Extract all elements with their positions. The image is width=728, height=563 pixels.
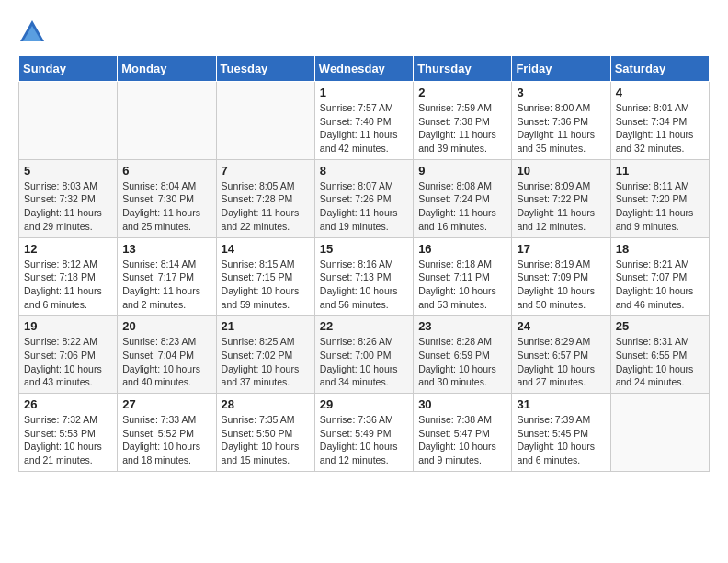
day-info: Sunrise: 8:23 AM Sunset: 7:04 PM Dayligh… [122, 335, 210, 389]
calendar-cell: 5Sunrise: 8:03 AM Sunset: 7:32 PM Daylig… [19, 159, 118, 237]
day-info: Sunrise: 8:00 AM Sunset: 7:36 PM Dayligh… [517, 101, 605, 155]
day-info: Sunrise: 8:26 AM Sunset: 7:00 PM Dayligh… [320, 335, 408, 389]
day-info: Sunrise: 8:03 AM Sunset: 7:32 PM Dayligh… [24, 179, 112, 234]
calendar-cell: 16Sunrise: 8:18 AM Sunset: 7:11 PM Dayli… [414, 237, 512, 316]
calendar-cell: 28Sunrise: 7:35 AM Sunset: 5:50 PM Dayli… [216, 394, 314, 472]
day-number: 13 [122, 242, 210, 256]
day-number: 16 [418, 242, 506, 256]
day-info: Sunrise: 8:11 AM Sunset: 7:20 PM Dayligh… [616, 179, 704, 234]
day-info: Sunrise: 8:08 AM Sunset: 7:24 PM Dayligh… [418, 179, 506, 234]
day-info: Sunrise: 8:04 AM Sunset: 7:30 PM Dayligh… [122, 179, 210, 234]
calendar-week-1: 5Sunrise: 8:03 AM Sunset: 7:32 PM Daylig… [19, 159, 710, 237]
day-number: 24 [517, 319, 605, 333]
calendar-cell: 3Sunrise: 8:00 AM Sunset: 7:36 PM Daylig… [512, 82, 610, 160]
day-header-wednesday: Wednesday [314, 56, 413, 82]
day-info: Sunrise: 8:05 AM Sunset: 7:28 PM Dayligh… [222, 179, 310, 234]
day-number: 14 [222, 242, 310, 256]
days-header-row: SundayMondayTuesdayWednesdayThursdayFrid… [19, 56, 710, 82]
logo-icon [18, 18, 46, 46]
day-number: 3 [517, 86, 605, 99]
day-number: 27 [122, 397, 210, 411]
day-number: 2 [418, 86, 506, 99]
day-info: Sunrise: 8:01 AM Sunset: 7:34 PM Dayligh… [616, 101, 704, 155]
day-number: 19 [24, 319, 112, 333]
day-info: Sunrise: 8:31 AM Sunset: 6:55 PM Dayligh… [616, 335, 704, 389]
calendar-cell: 22Sunrise: 8:26 AM Sunset: 7:00 PM Dayli… [314, 316, 413, 394]
day-info: Sunrise: 7:36 AM Sunset: 5:49 PM Dayligh… [320, 413, 408, 467]
calendar-cell: 26Sunrise: 7:32 AM Sunset: 5:53 PM Dayli… [19, 394, 118, 472]
day-info: Sunrise: 8:25 AM Sunset: 7:02 PM Dayligh… [222, 335, 310, 389]
calendar-week-0: 1Sunrise: 7:57 AM Sunset: 7:40 PM Daylig… [19, 82, 710, 160]
calendar-week-3: 19Sunrise: 8:22 AM Sunset: 7:06 PM Dayli… [19, 316, 710, 394]
calendar-cell: 14Sunrise: 8:15 AM Sunset: 7:15 PM Dayli… [216, 237, 314, 316]
day-info: Sunrise: 8:19 AM Sunset: 7:09 PM Dayligh… [517, 258, 605, 312]
page-header [18, 18, 710, 46]
day-number: 25 [616, 319, 704, 333]
calendar-week-4: 26Sunrise: 7:32 AM Sunset: 5:53 PM Dayli… [19, 394, 710, 472]
day-header-thursday: Thursday [414, 56, 512, 82]
calendar-cell: 18Sunrise: 8:21 AM Sunset: 7:07 PM Dayli… [610, 237, 709, 316]
day-info: Sunrise: 8:09 AM Sunset: 7:22 PM Dayligh… [517, 179, 605, 234]
day-header-tuesday: Tuesday [216, 56, 314, 82]
calendar-cell: 23Sunrise: 8:28 AM Sunset: 6:59 PM Dayli… [414, 316, 512, 394]
calendar-header: SundayMondayTuesdayWednesdayThursdayFrid… [19, 56, 710, 82]
day-info: Sunrise: 8:18 AM Sunset: 7:11 PM Dayligh… [418, 258, 506, 312]
day-number: 8 [320, 164, 408, 178]
day-number: 22 [320, 319, 408, 333]
day-number: 15 [320, 242, 408, 256]
day-header-sunday: Sunday [19, 56, 118, 82]
calendar-cell: 25Sunrise: 8:31 AM Sunset: 6:55 PM Dayli… [610, 316, 709, 394]
day-info: Sunrise: 8:29 AM Sunset: 6:57 PM Dayligh… [517, 335, 605, 389]
day-number: 7 [222, 164, 310, 178]
calendar-cell: 19Sunrise: 8:22 AM Sunset: 7:06 PM Dayli… [19, 316, 118, 394]
day-number: 5 [24, 164, 112, 178]
day-number: 20 [122, 319, 210, 333]
day-info: Sunrise: 8:21 AM Sunset: 7:07 PM Dayligh… [616, 258, 704, 312]
calendar-cell: 27Sunrise: 7:33 AM Sunset: 5:52 PM Dayli… [118, 394, 216, 472]
calendar-cell: 7Sunrise: 8:05 AM Sunset: 7:28 PM Daylig… [216, 159, 314, 237]
day-number: 1 [320, 86, 408, 99]
day-info: Sunrise: 7:59 AM Sunset: 7:38 PM Dayligh… [418, 101, 506, 155]
day-number: 18 [616, 242, 704, 256]
day-info: Sunrise: 8:12 AM Sunset: 7:18 PM Dayligh… [24, 258, 112, 312]
calendar-cell: 6Sunrise: 8:04 AM Sunset: 7:30 PM Daylig… [118, 159, 216, 237]
day-info: Sunrise: 7:57 AM Sunset: 7:40 PM Dayligh… [320, 101, 408, 155]
day-number: 4 [616, 86, 704, 99]
day-number: 11 [616, 164, 704, 178]
calendar-body: 1Sunrise: 7:57 AM Sunset: 7:40 PM Daylig… [19, 82, 710, 472]
calendar-cell: 8Sunrise: 8:07 AM Sunset: 7:26 PM Daylig… [314, 159, 413, 237]
calendar-cell: 12Sunrise: 8:12 AM Sunset: 7:18 PM Dayli… [19, 237, 118, 316]
logo [18, 18, 50, 46]
day-info: Sunrise: 7:32 AM Sunset: 5:53 PM Dayligh… [24, 413, 112, 467]
day-header-friday: Friday [512, 56, 610, 82]
day-number: 28 [222, 397, 310, 411]
calendar-cell: 1Sunrise: 7:57 AM Sunset: 7:40 PM Daylig… [314, 82, 413, 160]
day-info: Sunrise: 8:16 AM Sunset: 7:13 PM Dayligh… [320, 258, 408, 312]
day-header-saturday: Saturday [610, 56, 709, 82]
calendar-cell: 13Sunrise: 8:14 AM Sunset: 7:17 PM Dayli… [118, 237, 216, 316]
day-info: Sunrise: 8:28 AM Sunset: 6:59 PM Dayligh… [418, 335, 506, 389]
day-number: 6 [122, 164, 210, 178]
calendar-cell: 30Sunrise: 7:38 AM Sunset: 5:47 PM Dayli… [414, 394, 512, 472]
day-info: Sunrise: 8:22 AM Sunset: 7:06 PM Dayligh… [24, 335, 112, 389]
day-info: Sunrise: 7:33 AM Sunset: 5:52 PM Dayligh… [122, 413, 210, 467]
day-number: 26 [24, 397, 112, 411]
day-info: Sunrise: 8:15 AM Sunset: 7:15 PM Dayligh… [222, 258, 310, 312]
day-info: Sunrise: 8:07 AM Sunset: 7:26 PM Dayligh… [320, 179, 408, 234]
day-number: 10 [517, 164, 605, 178]
calendar-cell: 9Sunrise: 8:08 AM Sunset: 7:24 PM Daylig… [414, 159, 512, 237]
day-number: 23 [418, 319, 506, 333]
day-number: 21 [222, 319, 310, 333]
calendar-week-2: 12Sunrise: 8:12 AM Sunset: 7:18 PM Dayli… [19, 237, 710, 316]
calendar-cell: 21Sunrise: 8:25 AM Sunset: 7:02 PM Dayli… [216, 316, 314, 394]
calendar-cell [19, 82, 118, 160]
calendar-cell: 11Sunrise: 8:11 AM Sunset: 7:20 PM Dayli… [610, 159, 709, 237]
day-number: 31 [517, 397, 605, 411]
day-number: 12 [24, 242, 112, 256]
day-info: Sunrise: 7:39 AM Sunset: 5:45 PM Dayligh… [517, 413, 605, 467]
calendar-cell: 10Sunrise: 8:09 AM Sunset: 7:22 PM Dayli… [512, 159, 610, 237]
day-number: 29 [320, 397, 408, 411]
calendar-cell [118, 82, 216, 160]
day-info: Sunrise: 7:35 AM Sunset: 5:50 PM Dayligh… [222, 413, 310, 467]
calendar-cell: 2Sunrise: 7:59 AM Sunset: 7:38 PM Daylig… [414, 82, 512, 160]
